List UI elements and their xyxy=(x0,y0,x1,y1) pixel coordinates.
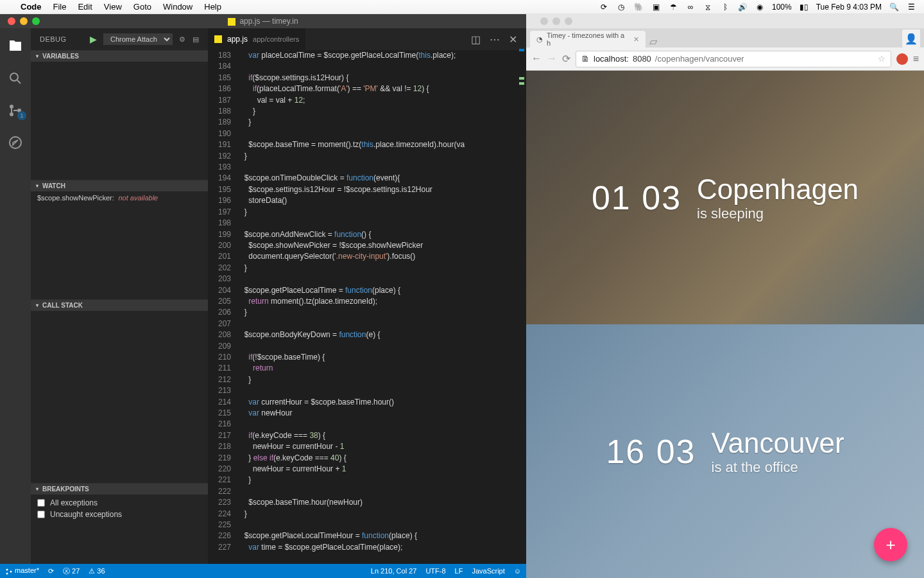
address-bar[interactable]: 🗎 localhost:8080/copenhagen/vancouver ☆ xyxy=(576,51,891,67)
errors-count[interactable]: ⓧ 27 xyxy=(63,566,80,576)
editor-tab[interactable]: app.js app/controllers xyxy=(208,28,306,50)
menu-window[interactable]: Window xyxy=(163,2,193,12)
dropbox-icon[interactable]: ▣ xyxy=(651,2,661,12)
svg-point-7 xyxy=(10,570,12,572)
vscode-window: app.js — timey.in 1 DEBUG ▶ Chrome Attac… xyxy=(0,14,526,578)
city-time: 01 03 xyxy=(592,179,681,217)
eol[interactable]: LF xyxy=(455,567,463,575)
watch-expression[interactable]: $scope.showNewPicker: not available xyxy=(37,194,201,202)
notifications-icon[interactable]: ☰ xyxy=(906,2,916,12)
breakpoints-section-header[interactable]: ▾BREAKPOINTS xyxy=(31,484,208,495)
spotlight-icon[interactable]: 🔍 xyxy=(889,2,899,12)
battery-percent: 100% xyxy=(772,3,792,12)
variables-section-header[interactable]: ▾VARIABLES xyxy=(31,51,208,62)
activity-bar: 1 xyxy=(0,28,31,564)
line-gutter[interactable]: 183 184 185 186 187 188 189 190 191 192 … xyxy=(208,50,240,564)
source-control-icon[interactable]: 1 xyxy=(6,101,24,119)
minimize-window-icon[interactable] xyxy=(552,17,560,25)
clock-icon[interactable]: ◷ xyxy=(616,2,626,12)
volume-icon[interactable]: 🔊 xyxy=(737,2,748,12)
start-debug-button[interactable]: ▶ xyxy=(90,34,98,44)
add-city-button[interactable]: + xyxy=(874,528,907,561)
debug-console-icon[interactable]: ▤ xyxy=(193,35,200,44)
favicon-icon: ◔ xyxy=(536,35,543,44)
city-time: 16 03 xyxy=(606,432,696,471)
clock-text[interactable]: Tue Feb 9 4:03 PM xyxy=(816,3,882,12)
menu-goto[interactable]: Goto xyxy=(133,2,151,12)
encoding[interactable]: UTF-8 xyxy=(425,567,445,575)
new-tab-button[interactable]: ▱ xyxy=(646,35,661,48)
bookmark-icon[interactable]: ☆ xyxy=(878,54,886,64)
city-status: is sleeping xyxy=(697,206,859,222)
close-tab-icon[interactable]: ✕ xyxy=(509,33,517,46)
warnings-count[interactable]: ⚠ 36 xyxy=(89,567,105,575)
browser-tab[interactable]: ◔ Timey - timezones with a h ✕ xyxy=(530,31,646,48)
extension-icon[interactable] xyxy=(896,53,908,65)
svg-point-0 xyxy=(10,73,18,81)
menu-icon[interactable]: ≡ xyxy=(913,53,919,65)
browser-toolbar: ← → ⟳ 🗎 localhost:8080/copenhagen/vancou… xyxy=(526,48,924,71)
back-button[interactable]: ← xyxy=(531,53,542,65)
js-file-icon xyxy=(214,35,222,43)
language-mode[interactable]: JavaScript xyxy=(472,567,504,575)
forward-button[interactable]: → xyxy=(547,53,557,65)
git-branch[interactable]: master* xyxy=(5,566,39,575)
sync-button[interactable]: ⟳ xyxy=(48,567,54,575)
vscode-titlebar: app.js — timey.in xyxy=(0,14,526,28)
scm-badge: 1 xyxy=(17,111,26,120)
bp-checkbox[interactable] xyxy=(37,499,45,507)
city-panel-copenhagen[interactable]: 01 03 Copenhagen is sleeping xyxy=(526,71,924,324)
debug-config-select[interactable]: Chrome Attach xyxy=(103,33,173,45)
zoom-window-icon[interactable] xyxy=(565,17,572,25)
breakpoint-uncaught[interactable]: Uncaught exceptions xyxy=(37,509,201,520)
window-title: app.js — timey.in xyxy=(239,17,298,26)
city-name: Vancouver xyxy=(712,427,844,459)
site-info-icon[interactable]: 🗎 xyxy=(581,54,590,64)
cc-icon[interactable]: ∞ xyxy=(685,2,696,12)
explorer-icon[interactable] xyxy=(6,37,24,55)
bp-checkbox[interactable] xyxy=(37,511,45,518)
svg-point-1 xyxy=(10,105,13,109)
watch-section-header[interactable]: ▾WATCH xyxy=(31,180,208,191)
search-icon[interactable] xyxy=(6,69,24,87)
city-panel-vancouver[interactable]: 16 03 Vancouver is at the office xyxy=(526,324,924,578)
bluetooth-icon[interactable]: ᛒ xyxy=(720,2,730,12)
debug-title: DEBUG xyxy=(40,35,67,43)
svg-point-5 xyxy=(6,568,8,570)
close-tab-icon[interactable]: ✕ xyxy=(633,35,639,44)
reload-button[interactable]: ⟳ xyxy=(562,53,570,65)
wifi-icon[interactable]: ◉ xyxy=(755,2,765,12)
debug-icon[interactable] xyxy=(6,134,24,152)
menu-file[interactable]: File xyxy=(53,2,67,12)
menu-view[interactable]: View xyxy=(104,2,122,12)
macos-menubar: Code File Edit View Goto Window Help ⟳ ◷… xyxy=(0,0,924,14)
callstack-section-header[interactable]: ▾CALL STACK xyxy=(31,300,208,311)
editor-area: app.js app/controllers ◫ ⋯ ✕ 183 184 185… xyxy=(208,28,526,564)
profile-button[interactable]: 👤 xyxy=(902,30,920,48)
cursor-position[interactable]: Ln 210, Col 27 xyxy=(371,567,417,575)
svg-point-2 xyxy=(10,112,13,116)
tab-strip: ◔ Timey - timezones with a h ✕ ▱ 👤 xyxy=(526,28,924,48)
overview-ruler[interactable] xyxy=(517,36,526,578)
chrome-window: ◔ Timey - timezones with a h ✕ ▱ 👤 ← → ⟳… xyxy=(526,14,924,578)
code-editor[interactable]: var placeLocalTime = $scope.getPlaceLoca… xyxy=(240,50,526,564)
app-name[interactable]: Code xyxy=(21,2,42,12)
menu-edit[interactable]: Edit xyxy=(78,2,92,12)
more-icon[interactable]: ⋯ xyxy=(490,33,500,46)
debug-sidebar: DEBUG ▶ Chrome Attach ⚙ ▤ ▾VARIABLES ▾WA… xyxy=(31,28,208,564)
browser-titlebar xyxy=(526,14,924,28)
evernote-icon[interactable]: 🐘 xyxy=(633,2,644,12)
split-editor-icon[interactable]: ◫ xyxy=(471,33,481,46)
timer-icon[interactable]: ⧖ xyxy=(703,2,713,12)
breakpoint-all-exceptions[interactable]: All exceptions xyxy=(37,497,201,509)
menu-help[interactable]: Help xyxy=(204,2,221,12)
sync-icon[interactable]: ⟳ xyxy=(599,2,609,12)
battery-icon[interactable]: ▮▯ xyxy=(799,2,809,12)
close-window-icon[interactable] xyxy=(540,17,548,25)
status-bar: master* ⟳ ⓧ 27 ⚠ 36 Ln 210, Col 27 UTF-8… xyxy=(0,564,526,578)
debug-settings-icon[interactable]: ⚙ xyxy=(179,35,186,44)
tab-path: app/controllers xyxy=(253,35,299,43)
page-content: 01 03 Copenhagen is sleeping 16 03 Vanco… xyxy=(526,71,924,578)
tab-filename: app.js xyxy=(227,35,248,44)
umbrella-icon[interactable]: ☂ xyxy=(668,2,678,12)
